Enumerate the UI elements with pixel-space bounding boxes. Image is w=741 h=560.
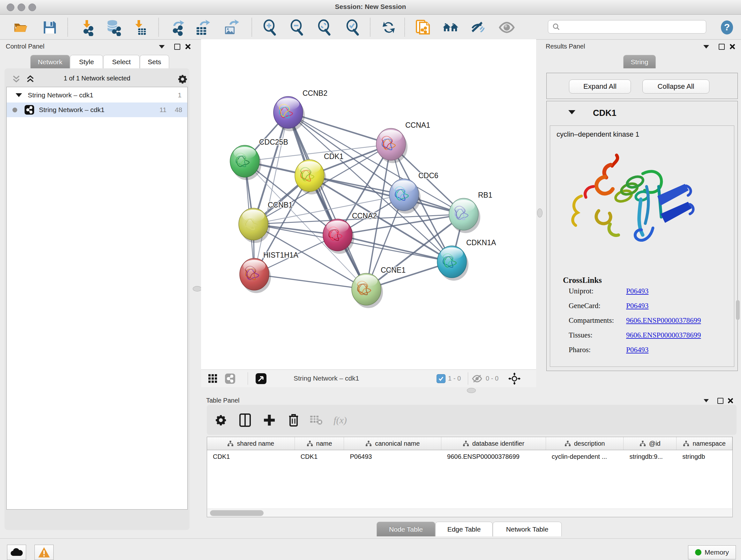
crosslink-link[interactable]: 9606.ENSP00000378699 [626,331,701,339]
network-node-ccnb2[interactable]: CCNB2 [273,89,327,131]
hidden-eye-icon[interactable] [472,374,482,383]
network-edge[interactable] [338,235,452,262]
column-header-shared-name[interactable]: shared name [207,437,295,450]
network-node-ccna1[interactable]: CCNA1 [376,121,430,163]
refresh-layout-button[interactable] [380,18,398,37]
houses-button[interactable] [442,18,460,37]
tab-style[interactable]: Style [70,55,103,68]
table-panel-float-button[interactable] [716,397,724,404]
zoom-in-button[interactable] [261,18,279,37]
column-header-description[interactable]: description [546,437,624,450]
control-panel-close-button[interactable] [184,43,192,50]
results-panel-float-button[interactable] [718,43,726,50]
warning-status-button[interactable] [35,545,54,560]
column-header--id[interactable]: @id [623,437,677,450]
tab-edge-table[interactable]: Edge Table [435,522,493,537]
network-node-ccnb1[interactable]: CCNB1 [239,201,293,243]
tab-node-table[interactable]: Node Table [377,522,435,537]
tab-select[interactable]: Select [103,55,140,68]
scrollbar-thumb[interactable] [210,510,264,516]
tab-string[interactable]: String [623,55,656,68]
column-header-canonical-name[interactable]: canonical name [344,437,441,450]
network-graph[interactable]: CCNB2CCNA1CDC25BCDK1CDC6RB1CCNB1CCNA2CDK… [201,39,536,369]
table-settings-button[interactable] [212,412,229,428]
crosslink-link[interactable]: P06493 [626,287,649,295]
search-input[interactable] [560,23,699,31]
share-view-icon[interactable] [225,373,235,384]
table-cell[interactable]: P06493 [344,450,441,463]
zoom-out-button[interactable] [288,18,306,37]
import-network-button[interactable] [78,18,96,37]
hide-eye-button[interactable] [468,18,486,37]
export-image-button[interactable] [222,18,240,37]
cloud-status-button[interactable] [7,545,26,560]
network-edge[interactable] [288,112,366,289]
save-session-button[interactable] [41,18,59,37]
tab-network[interactable]: Network [30,55,70,68]
column-header-namespace[interactable]: namespace [677,437,732,450]
network-node-cdc6[interactable]: CDC6 [389,172,439,213]
network-node-cdk1[interactable]: CDK1 [295,152,343,194]
crosslink-link[interactable]: 9606.ENSP00000378699 [626,316,701,325]
vertical-splitter-handle-left[interactable] [193,286,202,292]
table-row[interactable]: CDK1CDK1P064939606.ENSP00000378699cyclin… [207,450,732,463]
control-panel-float-button[interactable] [173,43,181,50]
network-edge[interactable] [254,274,366,289]
network-node-cdc25b[interactable]: CDC25B [230,138,288,180]
network-collection-row[interactable]: String Network – cdk1 1 [7,88,187,103]
horizontal-splitter-handle[interactable] [467,388,476,393]
help-button[interactable]: ? [718,18,736,37]
export-network-button[interactable] [169,18,186,37]
network-edge[interactable] [254,112,288,274]
control-panel-menu-button[interactable] [158,43,166,50]
open-session-button[interactable] [12,18,30,37]
export-table-button[interactable] [194,18,212,37]
gear-icon[interactable] [178,74,188,84]
results-scrollbar-thumb[interactable] [736,300,740,320]
table-cell[interactable]: CDK1 [295,450,344,463]
network-node-hist1h1a[interactable]: HIST1H1A [240,251,299,293]
gene-section-header[interactable]: CDK1 [547,101,738,124]
import-table-button[interactable] [130,18,148,37]
table-panel-close-button[interactable] [726,397,735,404]
collapse-section-icon[interactable] [568,110,576,114]
select-columns-button[interactable] [237,412,253,428]
add-column-button[interactable] [261,412,278,428]
table-cell[interactable]: stringdb:9... [623,450,677,463]
delete-table-button[interactable] [308,412,324,428]
column-header-database-identifier[interactable]: database identifier [441,437,546,450]
table-cell[interactable]: stringdb [677,450,732,463]
birdseye-toggle-icon[interactable] [255,373,267,384]
network-node-cdkn1a[interactable]: CDKN1A [437,239,496,281]
show-eye-button[interactable] [498,18,516,37]
network-node-ccne1[interactable]: CCNE1 [352,266,406,308]
results-panel-close-button[interactable] [728,43,737,50]
results-panel-menu-button[interactable] [702,43,711,50]
network-node-rb1[interactable]: RB1 [449,191,492,233]
table-cell[interactable]: 9606.ENSP00000378699 [441,450,546,463]
selected-nodes-checkbox[interactable] [436,374,446,383]
table-horizontal-scrollbar[interactable] [207,509,732,517]
zoom-fit-button[interactable] [315,18,333,37]
crosshair-icon[interactable] [508,372,521,385]
vertical-splitter-handle-right[interactable] [537,208,542,217]
table-panel-menu-button[interactable] [702,397,711,404]
tab-sets[interactable]: Sets [140,55,169,68]
grid-view-icon[interactable] [208,374,218,383]
string-document-button[interactable] [414,18,432,37]
column-header-name[interactable]: name [295,437,344,450]
memory-button[interactable]: Memory [688,545,736,559]
crosslink-link[interactable]: P06493 [626,346,649,354]
table-cell[interactable]: cyclin-dependent ... [546,450,624,463]
import-network-from-database-button[interactable] [105,18,122,37]
table-cell[interactable]: CDK1 [207,450,295,463]
collapse-all-button[interactable]: Collapse All [643,79,710,94]
network-row-selected[interactable]: String Network – cdk1 11 48 [7,103,187,117]
zoom-selected-button[interactable] [344,18,361,37]
function-builder-button[interactable]: f(x) [332,412,348,428]
tab-network-table[interactable]: Network Table [493,522,562,537]
crosslink-link[interactable]: P06493 [626,302,649,310]
expand-all-button[interactable]: Expand All [569,79,631,94]
delete-column-button[interactable] [285,412,302,428]
network-canvas[interactable]: CCNB2CCNA1CDC25BCDK1CDC6RB1CCNB1CCNA2CDK… [201,39,536,369]
